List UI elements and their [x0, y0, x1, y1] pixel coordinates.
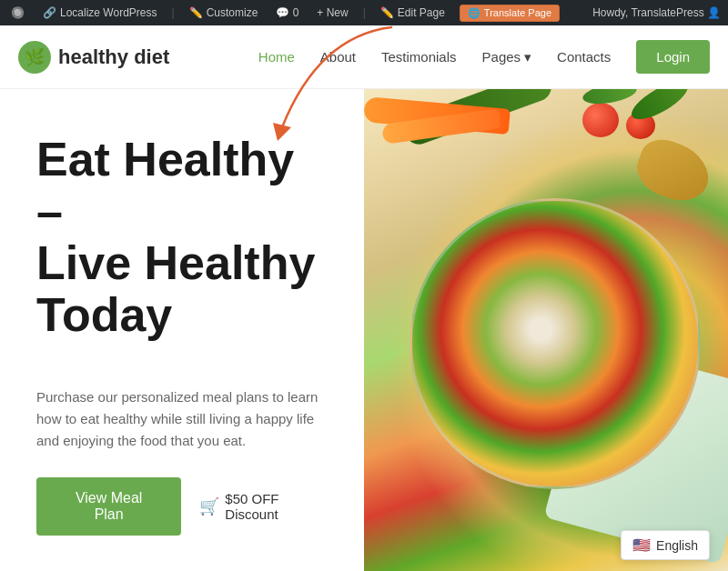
language-label: English: [656, 538, 698, 553]
wp-logo-item[interactable]: 🔘: [7, 0, 28, 25]
comments-label: 💬 0: [276, 6, 298, 19]
cart-icon: 🛒: [199, 496, 219, 516]
new-label: + New: [317, 6, 348, 19]
edit-page-icon: ✏️: [380, 6, 394, 19]
chevron-down-icon: ▾: [524, 49, 531, 65]
site-logo[interactable]: 🌿 healthy diet: [18, 41, 169, 74]
admin-bar: 🔘 🔗 Localize WordPress | ✏️ Customize 💬 …: [0, 0, 728, 25]
food-background: [364, 89, 728, 571]
hero-section: Eat Healthy – Live Healthy Today Purchas…: [0, 89, 728, 571]
discount-text: $50 OFF Discount: [225, 491, 328, 522]
howdy-text: Howdy, TranslatePress 👤: [592, 6, 721, 19]
main-nav: Home About Testimonials Pages ▾ Contacts…: [258, 40, 710, 74]
nav-pages[interactable]: Pages ▾: [482, 49, 532, 65]
hero-content: Eat Healthy – Live Healthy Today Purchas…: [0, 89, 364, 571]
separator1: |: [172, 6, 175, 19]
flag-icon: 🇺🇸: [632, 536, 651, 554]
edit-page-label: Edit Page: [398, 6, 445, 19]
language-switcher[interactable]: 🇺🇸 English: [621, 530, 710, 560]
nav-testimonials[interactable]: Testimonials: [381, 49, 457, 65]
login-button[interactable]: Login: [636, 40, 710, 74]
nav-contacts[interactable]: Contacts: [557, 49, 611, 65]
wp-logo-icon: 🔘: [11, 6, 25, 19]
user-avatar-icon: 👤: [707, 6, 721, 19]
localize-item[interactable]: 🔗 Localize WordPress: [39, 0, 161, 25]
new-item[interactable]: + New: [313, 0, 351, 25]
translate-icon: 🌐: [468, 7, 480, 19]
salad-bowl: [410, 198, 701, 489]
separator2: |: [363, 6, 366, 19]
localize-label: Localize WordPress: [60, 6, 157, 19]
customize-item[interactable]: ✏️ Customize: [186, 0, 262, 25]
hero-actions: View Meal Plan 🛒 $50 OFF Discount: [36, 477, 328, 536]
localize-icon: 🔗: [43, 6, 56, 19]
hero-title: Eat Healthy – Live Healthy Today: [36, 134, 328, 342]
discount-badge: 🛒 $50 OFF Discount: [199, 491, 328, 522]
logo-icon: 🌿: [18, 41, 51, 74]
nav-home[interactable]: Home: [258, 49, 295, 65]
site-header: 🌿 healthy diet Home About Testimonials P…: [0, 25, 728, 89]
comments-item[interactable]: 💬 0: [272, 0, 302, 25]
view-meal-plan-button[interactable]: View Meal Plan: [36, 477, 181, 536]
nav-about[interactable]: About: [320, 49, 356, 65]
customize-label: Customize: [207, 6, 258, 19]
translate-page-button[interactable]: 🌐 Translate Page: [460, 5, 560, 22]
vegetables-top: [364, 89, 728, 153]
logo-text: healthy diet: [58, 45, 169, 69]
logo-leaf-icon: 🌿: [25, 47, 45, 67]
edit-page-item[interactable]: ✏️ Edit Page: [377, 0, 449, 25]
hero-food-image: [364, 89, 728, 571]
customize-icon: ✏️: [189, 6, 203, 19]
translate-page-label: Translate Page: [484, 7, 551, 18]
hero-description: Purchase our personalized meal plans to …: [36, 386, 328, 452]
